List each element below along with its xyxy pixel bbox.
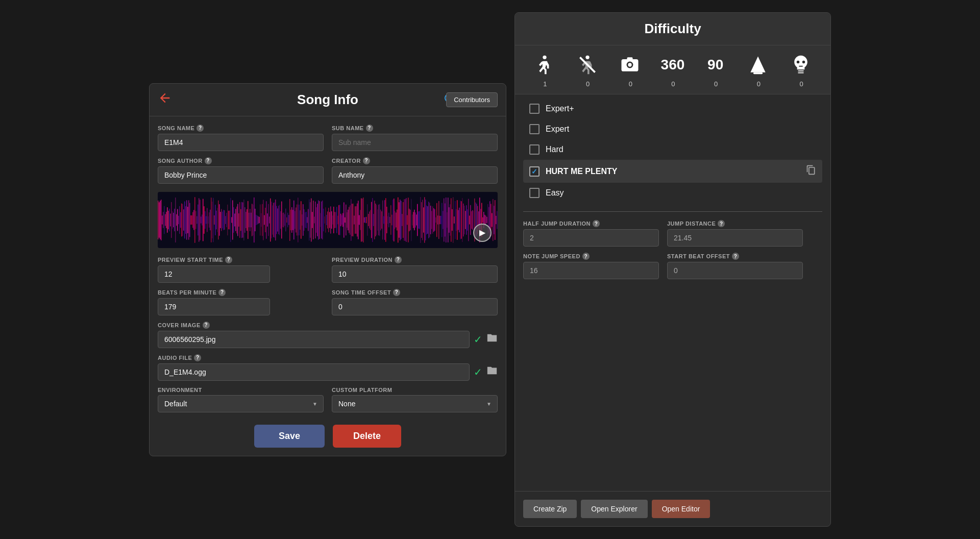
creator-label: CREATOR ? — [332, 157, 498, 164]
right-panel: Difficulty 1 0 — [514, 12, 831, 527]
preview-start-input[interactable] — [158, 265, 270, 283]
back-button[interactable] — [158, 91, 172, 109]
jump-distance-input[interactable] — [667, 229, 803, 247]
audio-file-label: AUDIO FILE ? — [158, 354, 498, 361]
jump-row-1: HALF JUMP DURATION ? JUMP DISTANCE ? — [523, 220, 822, 247]
panel-title: Song Info — [297, 92, 358, 108]
left-panel: Song Info Contributors SONG NAME ? SUB N… — [149, 83, 506, 456]
cover-image-input[interactable] — [158, 331, 470, 348]
360-diff-icon-item: 360 0 — [659, 52, 686, 88]
sub-name-group: SUB NAME ? — [332, 125, 498, 151]
hurt-me-plenty-item[interactable]: HURT ME PLENTY — [523, 160, 822, 183]
audio-file-help-icon[interactable]: ? — [194, 354, 201, 361]
bpm-help-icon[interactable]: ? — [218, 289, 226, 296]
360-icon[interactable]: 360 — [659, 52, 686, 78]
left-panel-header: Song Info Contributors — [150, 84, 506, 116]
play-button[interactable]: ▶ — [473, 224, 492, 242]
audio-file-group: AUDIO FILE ? ✓ — [158, 354, 498, 381]
author-row: SONG AUTHOR ? CREATOR ? — [158, 157, 498, 184]
easy-checkbox[interactable] — [529, 188, 540, 198]
right-panel-title: Difficulty — [644, 21, 701, 36]
audio-file-folder-icon[interactable] — [486, 365, 498, 379]
hurt-me-plenty-label: HURT ME PLENTY — [546, 167, 800, 176]
cover-image-check-icon: ✓ — [474, 333, 482, 346]
creator-input[interactable] — [332, 166, 498, 184]
sub-name-help-icon[interactable]: ? — [366, 125, 373, 132]
start-beat-offset-input[interactable] — [667, 262, 803, 279]
environment-select[interactable]: Default Origins TriangleEnvironment — [158, 395, 324, 412]
jump-distance-help-icon[interactable]: ? — [718, 220, 725, 227]
form-body: SONG NAME ? SUB NAME ? SONG AUTHOR ? — [150, 116, 506, 421]
open-editor-button[interactable]: Open Editor — [652, 500, 710, 518]
custom-platform-label: CUSTOM PLATFORM — [332, 387, 498, 393]
expert-checkbox[interactable] — [529, 124, 540, 134]
song-author-help-icon[interactable]: ? — [205, 157, 212, 164]
create-zip-button[interactable]: Create Zip — [523, 500, 577, 518]
bpm-input[interactable] — [158, 298, 270, 315]
difficulty-icons-row: 1 0 0 — [515, 45, 830, 94]
waveform-container: ▶ — [158, 192, 498, 248]
song-name-help-icon[interactable]: ? — [197, 125, 204, 132]
half-jump-duration-input[interactable] — [523, 229, 659, 247]
note-jump-speed-group: NOTE JUMP SPEED ? — [523, 253, 659, 279]
half-jump-duration-label: HALF JUMP DURATION ? — [523, 220, 659, 227]
90-diff-icon-item: 90 0 — [702, 52, 729, 88]
hard-checkbox[interactable] — [529, 144, 540, 155]
jump-distance-label: JUMP DISTANCE ? — [667, 220, 803, 227]
expert-plus-checkbox[interactable] — [529, 104, 540, 114]
jump-settings: HALF JUMP DURATION ? JUMP DISTANCE ? — [515, 216, 830, 287]
one-saber-icon-count: 0 — [629, 80, 632, 88]
lightshow-icon-count: 0 — [799, 80, 803, 88]
cover-image-folder-icon[interactable] — [486, 332, 498, 346]
song-name-input[interactable] — [158, 134, 324, 151]
easy-item[interactable]: Easy — [523, 183, 822, 203]
time-offset-group: SONG TIME OFFSET ? — [332, 289, 498, 315]
expert-plus-label: Expert+ — [546, 104, 816, 113]
note-jump-speed-input[interactable] — [523, 262, 659, 279]
song-author-input[interactable] — [158, 166, 324, 184]
save-button[interactable]: Save — [254, 425, 325, 448]
preview-start-group: PREVIEW START TIME ? — [158, 256, 324, 283]
360-icon-count: 0 — [671, 80, 675, 88]
sub-name-input[interactable] — [332, 134, 498, 151]
audio-file-input[interactable] — [158, 363, 470, 381]
expert-item[interactable]: Expert — [523, 119, 822, 139]
expert-plus-item[interactable]: Expert+ — [523, 99, 822, 119]
audio-file-row: ✓ — [158, 363, 498, 381]
waveform-canvas — [158, 192, 498, 248]
preview-start-help-icon[interactable]: ? — [225, 256, 232, 263]
delete-button[interactable]: Delete — [333, 425, 401, 448]
no-arrows-icon[interactable] — [574, 52, 601, 78]
start-beat-offset-help-icon[interactable]: ? — [732, 253, 739, 260]
easy-label: Easy — [546, 188, 816, 198]
hurt-me-plenty-copy-button[interactable] — [806, 165, 816, 178]
90-icon[interactable]: 90 — [702, 52, 729, 78]
jump-arrow-icon[interactable] — [811, 232, 822, 246]
standard-icon[interactable] — [531, 52, 558, 78]
environment-group: ENVIRONMENT Default Origins TriangleEnvi… — [158, 387, 324, 412]
contributors-button[interactable]: Contributors — [446, 92, 498, 107]
cover-image-help-icon[interactable]: ? — [203, 322, 210, 329]
creator-help-icon[interactable]: ? — [363, 157, 370, 164]
preview-duration-input[interactable] — [332, 265, 498, 283]
svg-point-1 — [585, 56, 589, 59]
preview-duration-help-icon[interactable]: ? — [395, 256, 402, 263]
time-offset-help-icon[interactable]: ? — [393, 289, 400, 296]
creator-group: CREATOR ? — [332, 157, 498, 184]
hurt-me-plenty-checkbox[interactable] — [529, 166, 540, 177]
one-saber-icon[interactable] — [617, 52, 643, 78]
bpm-label: BEATS PER MINUTE ? — [158, 289, 324, 296]
note-jump-speed-help-icon[interactable]: ? — [582, 253, 590, 260]
open-explorer-button[interactable]: Open Explorer — [581, 500, 647, 518]
lawless-icon[interactable] — [745, 52, 771, 78]
half-jump-help-icon[interactable]: ? — [593, 220, 600, 227]
time-offset-input[interactable] — [332, 298, 498, 315]
custom-platform-select[interactable]: None — [332, 395, 498, 412]
lightshow-icon[interactable] — [788, 52, 814, 78]
hard-item[interactable]: Hard — [523, 139, 822, 160]
song-name-group: SONG NAME ? — [158, 125, 324, 151]
preview-duration-group: PREVIEW DURATION ? — [332, 256, 498, 283]
bottom-buttons: Save Delete — [150, 425, 506, 448]
time-offset-label: SONG TIME OFFSET ? — [332, 289, 498, 296]
note-jump-speed-label: NOTE JUMP SPEED ? — [523, 253, 659, 260]
